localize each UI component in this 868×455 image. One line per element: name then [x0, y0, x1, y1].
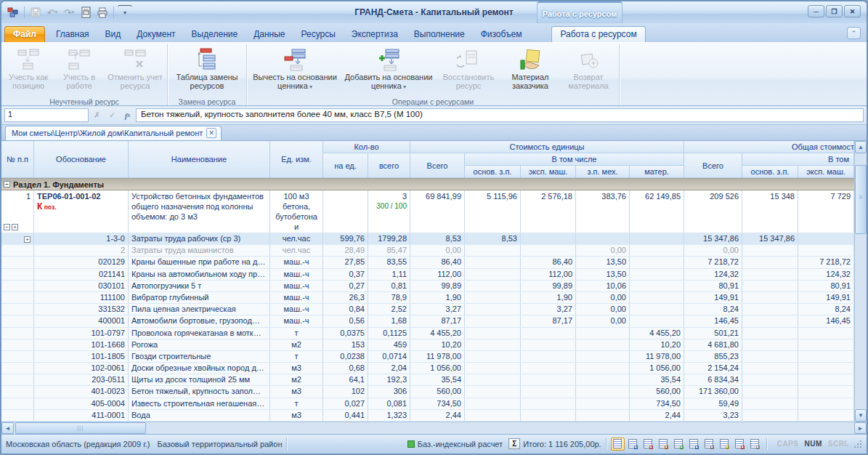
tab-выполнение[interactable]: Выполнение [406, 27, 473, 42]
col-header-num[interactable]: № п.п [1, 141, 34, 178]
cell-name: Щиты из досок толщиной 25 мм [129, 374, 270, 385]
col-header-grand-total[interactable]: Всего [684, 153, 742, 178]
horizontal-scroll-thumb[interactable] [15, 422, 146, 434]
tab-вид[interactable]: Вид [97, 27, 129, 42]
cell-reference-input[interactable]: 1 [4, 108, 89, 122]
minimize-button[interactable]: ─ [808, 5, 824, 17]
collapse-section-button[interactable]: − [4, 181, 10, 188]
col-header-per-unit[interactable]: на ед. [323, 153, 368, 178]
resource-row[interactable]: 203-0511Щиты из досок толщиной 25 ммм264… [1, 374, 867, 386]
position-row[interactable]: 1−+ТЕР06-01-001-02К поз.Устройство бетон… [1, 190, 867, 233]
close-document-icon[interactable]: ✕ [206, 128, 216, 138]
scroll-right-icon[interactable]: ► [854, 422, 867, 434]
resource-row[interactable]: 401-0023Бетон тяжелый, крупность запол…м… [1, 386, 867, 398]
scroll-down-icon[interactable]: ▼ [855, 409, 867, 422]
resource-row[interactable]: 411-0001Водам30,4411,3232,442,443,23 [1, 410, 867, 422]
ribbon-button-replace-table[interactable]: Таблица замены ресурсов [169, 46, 245, 97]
save-icon[interactable] [28, 5, 43, 20]
cell-name: Известь строительная негашеная… [129, 398, 270, 409]
tab-ресурсы[interactable]: Ресурсы [293, 27, 344, 42]
collapse-ribbon-chevron-icon[interactable]: ⌃ [847, 27, 861, 39]
rpc-document-icon[interactable]: РПС [78, 5, 93, 20]
expand-resource-button[interactable]: + [24, 236, 31, 243]
view-summary-icon[interactable] [748, 438, 762, 451]
view-act-icon[interactable] [641, 438, 655, 451]
resource-row[interactable]: 405-0004Известь строительная негашеная…т… [1, 398, 867, 410]
tab-главная[interactable]: Главная [48, 27, 97, 42]
tab-работа-с-ресурсом[interactable]: Работа с ресурсом [551, 26, 645, 42]
col-header-unit[interactable]: Ед. изм. [270, 141, 323, 178]
col-header-grand-exp-mash[interactable]: эксп. маш. [798, 166, 854, 178]
confirm-entry-icon[interactable]: ✓ [105, 108, 119, 122]
ribbon-button-subtract-pricelist[interactable]: Вычесть на основании ценника ▾ [248, 46, 341, 97]
view-finance-icon[interactable] [718, 438, 731, 451]
print-icon[interactable] [95, 5, 110, 20]
view-compare-icon[interactable] [733, 438, 747, 451]
col-header-qty-total[interactable]: всего [368, 153, 410, 178]
col-header-osn-zp[interactable]: основ. з.п. [465, 166, 521, 178]
tab-файл[interactable]: Файл [4, 26, 45, 42]
tab-данные[interactable]: Данные [246, 27, 293, 42]
customize-qat-dropdown-icon[interactable]: ▾ [118, 5, 132, 20]
expand-position-button[interactable]: + [12, 224, 18, 230]
col-header-name[interactable]: Наименование [129, 141, 270, 178]
view-ks3-icon[interactable] [657, 438, 670, 451]
tab-выделение[interactable]: Выделение [184, 27, 246, 42]
resource-row[interactable]: 101-0797Проволока горячекатаная в мотк…т… [1, 328, 867, 339]
resource-row[interactable]: 2Затраты труда машинистовчел.час28,4985,… [1, 245, 867, 257]
grand-total-label[interactable]: Итого: 1 116 205,00р. [523, 440, 601, 448]
horizontal-scrollbar[interactable]: ◄ ► [1, 422, 867, 434]
view-resource-icon[interactable] [672, 438, 686, 451]
col-group-grand-including[interactable]: В том [742, 153, 854, 166]
table-header: № п.п Обоснование Наименование Ед. изм. … [1, 141, 867, 178]
col-group-unit-cost[interactable]: Стоимость единицы [410, 141, 684, 153]
tab-физобъем[interactable]: Физобъем [473, 27, 530, 42]
calc-mode-label[interactable]: Баз.-индексный расчет [418, 440, 503, 448]
col-group-quantity[interactable]: Кол-во [323, 141, 410, 153]
resource-row[interactable]: 331532Пила цепная электрическаямаш.-ч0,8… [1, 304, 867, 315]
resource-row[interactable]: 021141Краны на автомобильном ходу пр…маш… [1, 269, 867, 281]
tab-документ[interactable]: Документ [129, 27, 183, 42]
close-button[interactable]: ✕ [844, 5, 861, 17]
vertical-scroll-thumb[interactable] [855, 165, 867, 234]
scroll-up-icon[interactable]: ▲ [855, 141, 867, 153]
ribbon-button-add-pricelist[interactable]: Добавить на основании ценника ▾ [341, 46, 436, 97]
document-tab[interactable]: Мои сметы\Центр\Жилой дом\Капитальный ре… [5, 126, 222, 140]
cancel-entry-icon[interactable]: ✗ [90, 108, 104, 122]
view-expert-icon[interactable] [702, 438, 716, 451]
view-estimate-icon[interactable] [611, 438, 625, 451]
col-group-including[interactable]: В том числе [465, 153, 684, 166]
col-group-grand-cost[interactable]: Общая стоимость [684, 141, 854, 153]
ribbon-button-customer-material[interactable]: Материал заказчика [501, 46, 559, 97]
redo-icon[interactable]: ↷▾ [62, 5, 76, 20]
resource-row[interactable]: 101-1668Рогожам215345910,2010,204 681,80 [1, 339, 867, 351]
section-row[interactable]: −Раздел 1. Фундаменты [1, 178, 867, 190]
col-header-mater[interactable]: матер. [630, 166, 684, 178]
sigma-total-icon[interactable]: Σ [508, 438, 520, 449]
view-np-icon[interactable] [687, 438, 701, 451]
col-header-justification[interactable]: Обоснование [34, 141, 129, 178]
collapse-position-button[interactable]: − [4, 224, 10, 230]
col-header-exp-mash[interactable]: эксп. маш. [521, 166, 576, 178]
app-logo-icon[interactable] [6, 5, 20, 20]
resource-row[interactable]: 020129Краны башенные при работе на д…маш… [1, 257, 867, 268]
view-object-icon[interactable] [626, 438, 640, 451]
maximize-button[interactable]: ❐ [826, 5, 843, 17]
vertical-scrollbar[interactable]: ▲ ▼ [854, 141, 867, 422]
resource-row[interactable]: +1-3-0Затраты труда рабочих (ср 3)чел.ча… [1, 233, 867, 245]
function-icon[interactable]: fx [121, 108, 134, 122]
col-header-unit-total[interactable]: Всего [410, 153, 465, 178]
cell-qty-total: 459 [368, 339, 410, 350]
resource-row[interactable]: 030101Автопогрузчики 5 тмаш.-ч0,270,8199… [1, 281, 867, 292]
resource-row[interactable]: 400001Автомобили бортовые, грузопод…маш.… [1, 315, 867, 327]
tab-экспертиза[interactable]: Экспертиза [344, 27, 406, 42]
formula-input[interactable]: Бетон тяжелый, крупность заполнителя бол… [136, 108, 864, 122]
resource-row[interactable]: 111100Вибратор глубинныймаш.-ч26,378,91,… [1, 292, 867, 304]
resource-row[interactable]: 101-1805Гвозди строительныет0,02380,0714… [1, 351, 867, 363]
col-header-grand-osn-zp[interactable]: основ. з.п. [742, 166, 798, 178]
resource-row[interactable]: 102-0061Доски обрезные хвойных пород д…м… [1, 363, 867, 374]
scroll-left-icon[interactable]: ◄ [1, 422, 14, 434]
col-header-zp-meh[interactable]: з.п. мех. [576, 166, 630, 178]
undo-icon[interactable]: ↶▾ [45, 5, 60, 20]
resize-grip[interactable] [853, 440, 862, 448]
